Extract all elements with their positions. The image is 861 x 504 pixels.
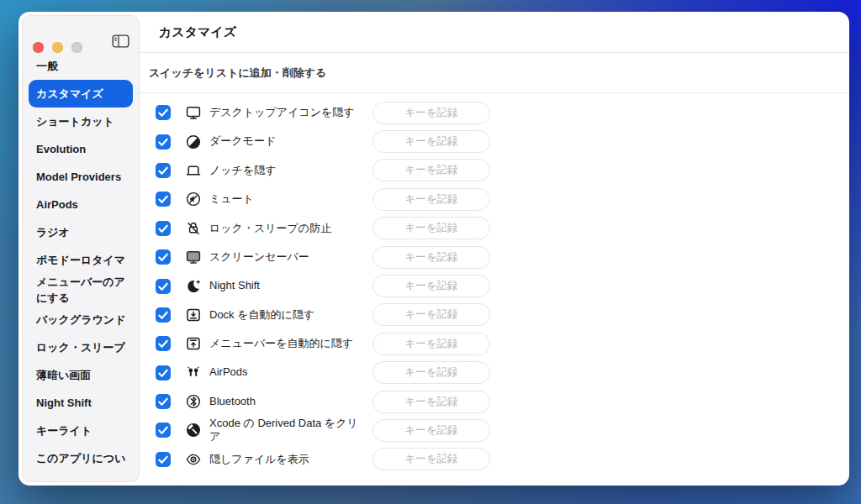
sidebar: 一般 カスタマイズ ショートカット Evolution Model Provid… [22,15,140,482]
checkbox[interactable] [156,249,171,265]
dark-mode-icon [183,134,203,150]
switch-label: Night Shift [209,279,369,293]
checkbox[interactable] [156,105,171,120]
checkbox[interactable] [156,423,171,438]
sidebar-item[interactable]: メニューバーのアイコンにする [29,274,133,306]
switch-row: ダークモード キーを記録 [139,127,849,155]
sidebar-item-label: ロック・スリープの防止 [36,339,125,355]
minimize-button[interactable] [52,42,63,53]
record-key-button[interactable]: キーを記録 [372,448,490,470]
switch-label: ノッチを隠す [209,164,369,178]
section-header: スイッチをリストに追加・削除する [139,53,849,93]
sidebar-item[interactable]: Evolution [29,135,133,163]
zoom-button[interactable] [71,42,82,53]
sidebar-item[interactable]: ポモドーロタイマー [29,246,133,274]
record-key-button[interactable]: キーを記録 [372,102,490,124]
checkbox[interactable] [156,307,171,323]
record-key-button[interactable]: キーを記録 [372,246,490,269]
checkbox[interactable] [156,394,171,409]
checkbox[interactable] [156,279,171,294]
record-key-button[interactable]: キーを記録 [372,391,490,413]
sidebar-toggle-icon[interactable] [112,34,129,49]
settings-window: 一般 カスタマイズ ショートカット Evolution Model Provid… [18,12,849,486]
screensaver-icon [183,249,203,265]
checkbox[interactable] [156,221,171,236]
switch-row: スクリーンセーバー キーを記録 [139,243,849,271]
switch-label: Bluetooth [209,395,369,409]
switch-row: メニューバーを自動的に隠す キーを記録 [139,329,849,358]
sidebar-item[interactable]: ショートカット [29,108,133,135]
checkbox[interactable] [156,452,171,467]
sidebar-item[interactable]: Model Providers [29,163,133,191]
sidebar-item[interactable]: キーライト [29,417,133,444]
page-title: カスタマイズ [159,24,236,40]
sidebar-item[interactable]: このアプリについて [29,444,133,472]
switch-row: Bluetooth キーを記録 [139,387,849,416]
switch-label: デスクトップアイコンを隠す [209,106,369,120]
sidebar-item[interactable]: バックグラウンド ノイズ [29,306,133,333]
mute-icon [183,191,203,207]
sidebar-item[interactable]: 薄暗い画面 [29,361,133,389]
record-key-button[interactable]: キーを記録 [372,361,490,384]
sidebar-item[interactable]: ロック・スリープの防止 [29,333,133,361]
display-icon [183,104,203,121]
laptop-notch-icon [183,162,203,179]
sidebar-item[interactable]: カスタマイズ [29,80,133,108]
record-key-button[interactable]: キーを記録 [372,130,490,153]
titlebar: カスタマイズ [139,12,849,53]
sidebar-item-label: このアプリについて [36,450,125,466]
sidebar-item-label: 一般 [36,58,125,74]
record-key-button[interactable]: キーを記録 [372,159,490,181]
sidebar-item[interactable]: ラジオ [29,218,133,246]
switch-row: ミュート キーを記録 [139,185,849,213]
sidebar-item-label: Night Shift [36,395,125,411]
sidebar-item-label: キーライト [36,423,125,438]
sidebar-item[interactable]: Night Shift [29,389,133,417]
sidebar-item[interactable]: 一般 [29,52,133,80]
checkbox[interactable] [156,163,171,178]
switch-label: ミュート [209,192,369,207]
switch-row: Dock を自動的に隠す キーを記録 [139,301,849,329]
sidebar-item-label: ショートカット [36,113,125,129]
menubar-hide-icon [183,335,203,352]
traffic-lights [33,42,82,53]
dock-hide-icon [183,307,203,323]
checkbox[interactable] [156,336,171,351]
sidebar-item-label: カスタマイズ [36,86,125,102]
sidebar-item-label: Model Providers [36,169,125,185]
switch-label: メニューバーを自動的に隠す [209,337,369,351]
checkbox[interactable] [156,192,171,207]
record-key-button[interactable]: キーを記録 [372,419,490,442]
sidebar-item-label: バックグラウンド ノイズ [36,312,125,328]
switch-list: デスクトップアイコンを隠す キーを記録 ダークモード キーを記録 ノッチを隠す … [139,93,849,474]
lock-slash-icon [183,220,203,237]
record-key-button[interactable]: キーを記録 [372,303,490,326]
sidebar-item[interactable]: AirPods [29,191,133,218]
switch-row: Night Shift キーを記録 [139,271,849,300]
switch-label: ロック・スリープの防止 [209,222,369,236]
record-key-button[interactable]: キーを記録 [372,333,490,355]
main-content: カスタマイズ スイッチをリストに追加・削除する デスクトップアイコンを隠す キー… [139,12,849,486]
bluetooth-icon [183,393,203,410]
switch-label: スクリーンセーバー [209,250,369,265]
switch-label: ダークモード [209,134,369,149]
xcode-hammer-icon [183,422,203,438]
switch-row: Xcode の Derived Data をクリア キーを記録 [139,416,849,444]
sidebar-item-label: ポモドーロタイマー [36,252,125,268]
record-key-button[interactable]: キーを記録 [372,275,490,297]
sidebar-item-label: 薄暗い画面 [36,367,125,383]
sidebar-item-label: Evolution [36,141,125,157]
checkbox[interactable] [156,134,171,150]
eye-icon [183,451,203,468]
section-header-label: スイッチをリストに追加・削除する [149,66,326,81]
checkbox[interactable] [156,365,171,381]
night-shift-icon [183,278,203,295]
record-key-button[interactable]: キーを記録 [372,188,490,211]
sidebar-item-label: メニューバーのアイコンにする [36,274,125,306]
desktop-background: 一般 カスタマイズ ショートカット Evolution Model Provid… [0,0,861,504]
switch-label: Dock を自動的に隠す [209,308,369,323]
switch-row: 隠しファイルを表示 キーを記録 [139,445,849,474]
switch-label: AirPods [209,365,369,380]
record-key-button[interactable]: キーを記録 [372,217,490,239]
close-button[interactable] [33,42,44,53]
